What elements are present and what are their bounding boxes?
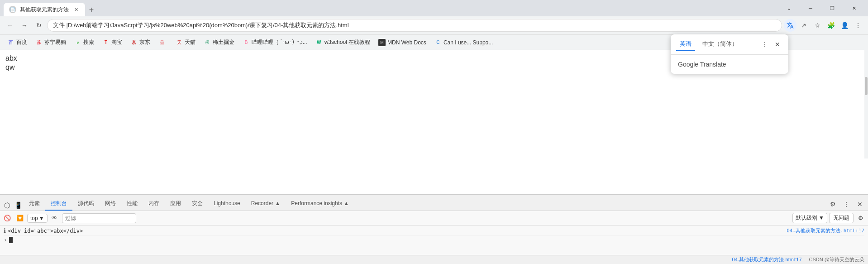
bookmark-jd[interactable]: 京 京东 bbox=[127, 37, 154, 48]
forward-button[interactable]: → bbox=[18, 19, 31, 32]
console-filter-input[interactable] bbox=[62, 213, 136, 223]
bookmark-label: 苏宁易购 bbox=[44, 38, 66, 46]
bookmark-label: w3school 在线教程 bbox=[324, 38, 370, 46]
tab-application[interactable]: 应用 bbox=[165, 197, 186, 211]
bookmark-w3school[interactable]: W w3school 在线教程 bbox=[312, 37, 374, 48]
console-source-link[interactable]: 04-其他获取元素的方法.html:17 bbox=[787, 227, 864, 234]
window-controls: ⌄ ─ ❐ ✕ bbox=[778, 0, 864, 16]
scrollbar-thumb[interactable] bbox=[865, 77, 868, 95]
bookmark-label: 京东 bbox=[139, 38, 150, 46]
devtools-bottom-bar: 04-其他获取元素的方法.html:17 CSDN @等待天空的云朵 bbox=[0, 255, 868, 264]
bookmark-label: 稀土掘金 bbox=[213, 38, 234, 46]
address-input[interactable]: 文件 | D:/web前端学习/JavaScrpt学习/js%20web%20a… bbox=[47, 19, 782, 32]
refresh-button[interactable]: ↻ bbox=[33, 19, 45, 32]
translate-close-button[interactable]: ✕ bbox=[772, 39, 783, 50]
suning-icon: 苏 bbox=[35, 39, 43, 46]
minimize-button[interactable]: ─ bbox=[800, 0, 821, 16]
translate-icon-button[interactable] bbox=[784, 19, 796, 32]
top-context-selector[interactable]: top ▼ bbox=[27, 214, 48, 223]
jd-icon: 京 bbox=[130, 39, 138, 46]
bookmark-icon-button[interactable]: ☆ bbox=[811, 19, 824, 32]
bookmark-suning[interactable]: 苏 苏宁易购 bbox=[32, 37, 70, 48]
tab-lighthouse[interactable]: Lighthouse bbox=[208, 197, 246, 211]
tab-memory[interactable]: 内存 bbox=[143, 197, 165, 211]
back-button[interactable]: ← bbox=[4, 19, 16, 32]
console-cursor bbox=[9, 237, 13, 243]
caniuse-icon: C bbox=[434, 39, 442, 46]
translate-tab-chinese[interactable]: 中文（简体） bbox=[699, 38, 741, 51]
log-level-selector[interactable]: 默认级别 ▼ bbox=[792, 213, 827, 223]
translate-popup: 英语 中文（简体） ⋮ ✕ Google Translate bbox=[671, 34, 788, 74]
title-bar: 📄 其他获取元素的方法 ✕ + ⌄ ─ ❐ ✕ bbox=[0, 0, 868, 16]
bookmark-label: MDN Web Docs bbox=[387, 39, 426, 46]
devtools-more-button[interactable]: ⋮ bbox=[840, 198, 853, 211]
tab-close-button[interactable]: ✕ bbox=[72, 6, 80, 13]
devtools-tabs: ⬡ 📱 元素 控制台 源代码 网络 性能 内存 应用 安全 Lighthouse bbox=[0, 195, 868, 211]
tab-recorder[interactable]: Recorder ▲ bbox=[246, 197, 286, 211]
devtools-device-button[interactable]: 📱 bbox=[13, 200, 24, 211]
devtools-tab-icons: ⚙ ⋮ ✕ bbox=[826, 198, 866, 211]
tab-network[interactable]: 网络 bbox=[100, 197, 121, 211]
bookmark-pinduo[interactable]: 品 bbox=[155, 37, 171, 48]
tab-console[interactable]: 控制台 bbox=[45, 197, 72, 211]
bookmark-mdn[interactable]: M MDN Web Docs bbox=[375, 37, 430, 48]
bookmark-baidu[interactable]: 百 百度 bbox=[4, 37, 31, 48]
console-eye-button[interactable]: 👁 bbox=[49, 213, 60, 224]
tab-performance[interactable]: 性能 bbox=[121, 197, 143, 211]
tab-area: 📄 其他获取元素的方法 ✕ + bbox=[4, 0, 777, 16]
devtools-content: ℹ <div id="abc">abx</div> 04-其他获取元素的方法.h… bbox=[0, 226, 868, 255]
tab-list-button[interactable]: ⌄ bbox=[778, 0, 799, 16]
bookmark-taobao[interactable]: T 淘宝 bbox=[99, 37, 126, 48]
translate-more-button[interactable]: ⋮ bbox=[759, 39, 770, 50]
tab-title: 其他获取元素的方法 bbox=[20, 6, 69, 14]
console-input-line: › bbox=[4, 235, 864, 244]
active-tab[interactable]: 📄 其他获取元素的方法 ✕ bbox=[4, 3, 85, 16]
mdn-icon: M bbox=[378, 39, 386, 46]
bookmark-caniuse[interactable]: C Can I use... Suppo... bbox=[431, 37, 496, 48]
console-clear-button[interactable]: 🚫 bbox=[2, 213, 13, 224]
page-scrollbar[interactable] bbox=[864, 50, 868, 158]
pinduo-icon: 品 bbox=[158, 39, 166, 46]
top-context-arrow: ▼ bbox=[39, 215, 44, 221]
console-prompt-icon: ℹ bbox=[4, 227, 6, 234]
xitu-icon: 稀 bbox=[204, 39, 211, 46]
translate-popup-icons: ⋮ ✕ bbox=[759, 39, 783, 50]
bookmark-label: 搜索 bbox=[83, 38, 94, 46]
w3school-icon: W bbox=[315, 39, 323, 46]
menu-icon-button[interactable]: ⋮ bbox=[852, 19, 864, 32]
devtools-right-controls: 默认级别 ▼ 无问题 ⚙ bbox=[792, 213, 866, 224]
tab-source[interactable]: 源代码 bbox=[72, 197, 100, 211]
bookmark-tianmao[interactable]: 天 天猫 bbox=[172, 37, 199, 48]
bookmark-label: 天猫 bbox=[185, 38, 196, 46]
devtools-panel: ⬡ 📱 元素 控制台 源代码 网络 性能 内存 应用 安全 Lighthouse bbox=[0, 194, 868, 264]
extensions-icon-button[interactable]: 🧩 bbox=[825, 19, 837, 32]
issues-label: 无问题 bbox=[833, 215, 849, 221]
tianmao-icon: 天 bbox=[176, 39, 183, 46]
share-icon-button[interactable]: ↗ bbox=[797, 19, 810, 32]
translate-tab-english[interactable]: 英语 bbox=[676, 38, 695, 51]
devtools-inspect-button[interactable]: ⬡ bbox=[2, 200, 13, 211]
close-button[interactable]: ✕ bbox=[844, 0, 864, 16]
devtools-settings-button[interactable]: ⚙ bbox=[826, 198, 839, 211]
issues-button[interactable]: 无问题 bbox=[829, 213, 854, 223]
console-input-arrow: › bbox=[4, 236, 7, 243]
profile-icon-button[interactable]: 👤 bbox=[838, 19, 851, 32]
new-tab-button[interactable]: + bbox=[85, 4, 98, 16]
console-settings-button[interactable]: ⚙ bbox=[855, 213, 866, 224]
bookmark-bilibili[interactable]: B 哔哩哔哩（ ´･ω･）つ... bbox=[239, 37, 311, 48]
devtools-close-button[interactable]: ✕ bbox=[854, 198, 866, 211]
bookmark-xitu[interactable]: 稀 稀土掘金 bbox=[200, 37, 238, 48]
bottom-source-link[interactable]: 04-其他获取元素的方法.html:17 bbox=[732, 256, 802, 263]
console-filter-button[interactable]: 🔽 bbox=[14, 213, 25, 224]
bookmark-360[interactable]: e 搜索 bbox=[71, 37, 98, 48]
tab-security[interactable]: 安全 bbox=[186, 197, 208, 211]
attribution-text: CSDN @等待天空的云朵 bbox=[809, 256, 864, 263]
translate-popup-header: 英语 中文（简体） ⋮ ✕ bbox=[671, 34, 788, 55]
console-entry-0: ℹ <div id="abc">abx</div> 04-其他获取元素的方法.h… bbox=[4, 226, 864, 235]
log-level-label: 默认级别 ▼ bbox=[796, 214, 824, 222]
bookmark-label: Can I use... Suppo... bbox=[444, 39, 493, 46]
url-scheme: 文件 | bbox=[53, 21, 68, 29]
maximize-button[interactable]: ❐ bbox=[822, 0, 843, 16]
tab-performance-insights[interactable]: Performance insights ▲ bbox=[286, 197, 354, 211]
tab-elements[interactable]: 元素 bbox=[24, 197, 45, 211]
